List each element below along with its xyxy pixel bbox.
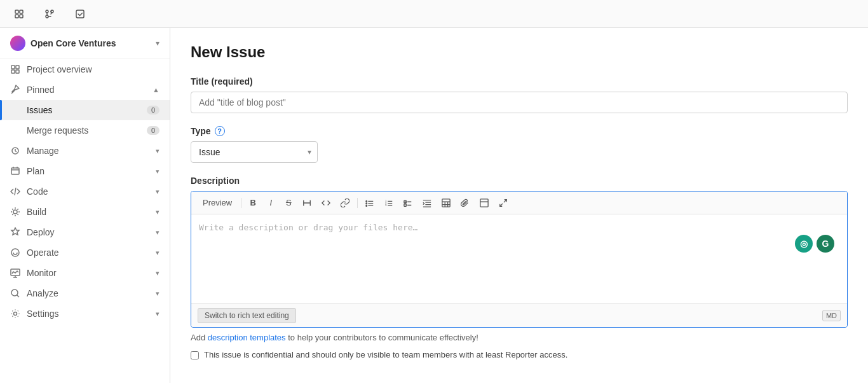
sidebar-section-manage[interactable]: Manage ▾ <box>0 141 170 161</box>
svg-rect-3 <box>20 15 23 18</box>
sidebar-item-issues[interactable]: Issues 0 <box>0 100 170 120</box>
svg-point-26 <box>14 312 17 316</box>
toolbar-attach-btn[interactable] <box>457 196 473 210</box>
description-label: Description <box>191 176 848 186</box>
toolbar-bold-btn[interactable]: B <box>245 195 261 210</box>
svg-text:3: 3 <box>385 204 387 207</box>
svg-point-30 <box>366 200 367 202</box>
analyze-label: Analyze <box>27 288 58 298</box>
settings-icon <box>10 309 20 319</box>
project-overview-icon <box>10 64 20 74</box>
toolbar-ordered-list-btn[interactable]: 123 <box>381 196 397 210</box>
plan-icon <box>10 166 20 176</box>
toolbar-italic-btn[interactable]: I <box>263 195 278 210</box>
sidebar-section-plan[interactable]: Plan ▾ <box>0 161 170 181</box>
merge-requests-badge: 0 <box>147 126 159 135</box>
toolbar-collapse-btn[interactable] <box>476 196 492 210</box>
svg-rect-1 <box>20 10 23 13</box>
monitor-label: Monitor <box>27 268 57 278</box>
ext-icon-1[interactable]: ◎ <box>795 235 813 253</box>
sidebar-section-code[interactable]: Code ▾ <box>0 181 170 202</box>
code-chevron: ▾ <box>156 188 159 196</box>
svg-rect-7 <box>76 10 84 18</box>
tab-check[interactable] <box>66 5 94 23</box>
merge-requests-label: Merge requests <box>27 125 140 136</box>
org-name: Open Core Ventures <box>31 38 151 48</box>
toolbar-preview-btn[interactable]: Preview <box>198 195 237 210</box>
board-icon <box>14 9 24 19</box>
table-icon <box>442 198 451 207</box>
switch-rich-text-btn[interactable]: Switch to rich text editing <box>198 308 296 323</box>
toolbar-table-btn[interactable] <box>438 196 454 210</box>
editor-placeholder: Write a description or drag your files h… <box>199 223 417 232</box>
toolbar-expand-btn[interactable] <box>495 196 512 210</box>
toolbar-code-btn[interactable] <box>318 196 334 210</box>
sidebar-section-settings[interactable]: Settings ▾ <box>0 303 170 324</box>
description-editor: Preview B I S <box>191 191 848 328</box>
org-avatar <box>10 36 25 51</box>
main-layout: Open Core Ventures ▾ Project overview <box>0 28 868 383</box>
pinned-label: Pinned <box>27 85 55 95</box>
confidential-checkbox[interactable] <box>191 351 199 359</box>
check-icon <box>75 9 85 19</box>
content-area: New Issue Title (required) Type ? Issue … <box>170 28 868 383</box>
issues-badge: 0 <box>147 106 159 115</box>
svg-rect-44 <box>404 204 407 206</box>
sidebar-section-monitor[interactable]: Monitor ▾ <box>0 263 170 283</box>
toolbar-sep-1 <box>241 198 241 208</box>
svg-rect-0 <box>15 10 18 13</box>
confidential-label: This issue is confidential and should on… <box>204 350 567 359</box>
sidebar-section-analyze[interactable]: Analyze ▾ <box>0 283 170 303</box>
toolbar-task-list-btn[interactable] <box>400 196 416 210</box>
page-title: New Issue <box>191 43 848 61</box>
build-icon <box>10 207 20 217</box>
ext-icon-2[interactable]: G <box>817 235 834 253</box>
md-badge: MD <box>822 310 841 321</box>
sidebar-section-build[interactable]: Build ▾ <box>0 202 170 222</box>
monitor-chevron: ▾ <box>156 269 159 277</box>
org-header[interactable]: Open Core Ventures ▾ <box>0 28 170 59</box>
type-select-wrapper: Issue Incident Task Feature ▾ <box>191 141 318 163</box>
settings-label: Settings <box>27 309 59 319</box>
deploy-label: Deploy <box>27 227 55 237</box>
editor-body[interactable]: Write a description or drag your files h… <box>191 214 847 303</box>
sidebar-section-deploy[interactable]: Deploy ▾ <box>0 222 170 242</box>
sidebar-item-merge-requests[interactable]: Merge requests 0 <box>0 120 170 141</box>
toolbar-link-btn[interactable] <box>337 196 353 210</box>
sidebar-section-pinned[interactable]: Pinned ▲ <box>0 80 170 100</box>
svg-point-19 <box>13 210 17 214</box>
heading-icon <box>302 198 311 207</box>
type-help-icon[interactable]: ? <box>215 126 225 136</box>
svg-rect-8 <box>11 66 15 69</box>
description-templates-link[interactable]: description templates <box>208 333 286 342</box>
toolbar-indent-btn[interactable] <box>419 196 435 210</box>
title-label: Title (required) <box>191 76 848 87</box>
pinned-chevron: ▲ <box>153 86 159 94</box>
sidebar-section-operate[interactable]: Operate ▾ <box>0 242 170 263</box>
title-input[interactable] <box>191 92 848 113</box>
toolbar-bullet-list-btn[interactable] <box>362 196 378 210</box>
tab-merge[interactable] <box>36 5 64 23</box>
svg-line-25 <box>17 295 20 298</box>
sidebar: Open Core Ventures ▾ Project overview <box>0 28 170 383</box>
analyze-chevron: ▾ <box>156 289 159 298</box>
deploy-chevron: ▾ <box>156 228 159 237</box>
build-label: Build <box>27 207 46 217</box>
deploy-icon <box>10 227 20 237</box>
tab-board[interactable] <box>5 5 33 23</box>
operate-label: Operate <box>27 247 59 258</box>
manage-icon <box>10 146 20 156</box>
sidebar-item-project-overview[interactable]: Project overview <box>0 59 170 80</box>
toolbar-heading-btn[interactable] <box>299 196 315 210</box>
svg-rect-10 <box>11 70 15 73</box>
expand-icon <box>499 198 508 207</box>
task-list-icon <box>403 198 412 207</box>
project-overview-label: Project overview <box>27 64 159 74</box>
type-select[interactable]: Issue Incident Task Feature <box>191 141 318 163</box>
build-chevron: ▾ <box>156 208 159 216</box>
toolbar-strikethrough-btn[interactable]: S <box>281 195 296 210</box>
help-text: Add description templates to help your c… <box>191 333 848 342</box>
link-icon <box>341 198 349 207</box>
bullet-list-icon <box>365 198 374 207</box>
svg-point-20 <box>11 249 19 256</box>
